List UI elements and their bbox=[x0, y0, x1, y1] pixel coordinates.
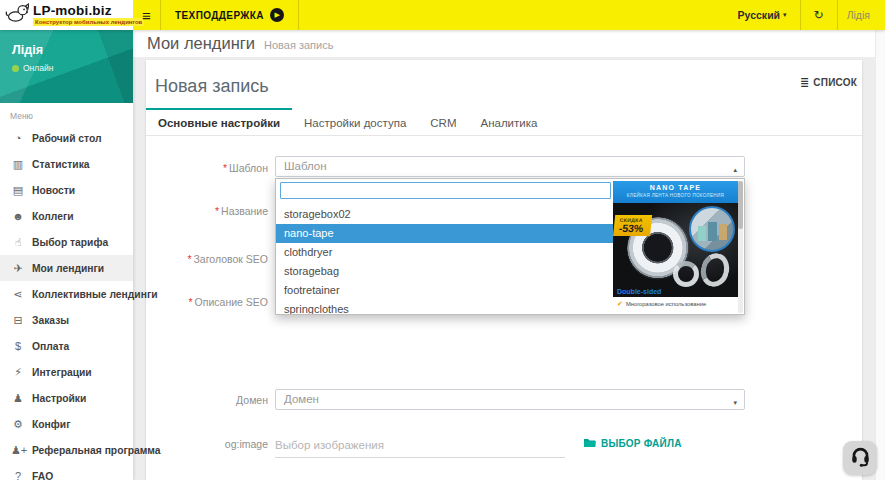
chevron-down-icon: ▾ bbox=[783, 11, 787, 19]
logo-dog-icon bbox=[5, 3, 29, 27]
template-option[interactable]: springclothes bbox=[276, 300, 615, 314]
dropdown-scrollbar-thumb[interactable] bbox=[738, 181, 743, 229]
required-asterisk: * bbox=[189, 296, 193, 308]
og-image-input[interactable] bbox=[275, 432, 565, 458]
gears-icon: ⚙ bbox=[11, 418, 25, 431]
sidebar-item-faq[interactable]: ? FAQ bbox=[0, 463, 133, 480]
required-asterisk: * bbox=[223, 162, 227, 174]
preview-subtitle: КЛЕЙКАЯ ЛЕНТА НОВОГО ПОКОЛЕНИЯ bbox=[613, 193, 738, 198]
sidebar-item-colleagues[interactable]: ☻ Коллеги bbox=[0, 203, 133, 229]
online-status-dot bbox=[12, 65, 19, 72]
dollar-icon: $ bbox=[11, 340, 25, 352]
folder-icon bbox=[583, 437, 596, 450]
dropdown-scrollbar[interactable] bbox=[738, 181, 743, 313]
tape-ring-image bbox=[673, 261, 699, 287]
preview-feature-row: ✔ Многоразовое использование bbox=[613, 297, 738, 311]
refresh-icon[interactable]: ↻ bbox=[801, 8, 837, 22]
tab-analytics[interactable]: Аналитика bbox=[468, 108, 549, 135]
news-icon: ▤ bbox=[11, 184, 25, 197]
sidebar-user-panel: Лідія Онлайн bbox=[0, 30, 133, 103]
sidebar-item-settings[interactable]: ♟ Настройки bbox=[0, 385, 133, 411]
sidebar-user-status: Онлайн bbox=[23, 63, 53, 73]
choose-file-button[interactable]: ВЫБОР ФАЙЛА bbox=[583, 437, 682, 450]
preview-header: NANO TAPE КЛЕЙКАЯ ЛЕНТА НОВОГО ПОКОЛЕНИЯ bbox=[613, 181, 738, 203]
question-icon: ? bbox=[11, 470, 25, 480]
tab-access-settings[interactable]: Настройки доступа bbox=[292, 108, 418, 135]
desktop-icon: ◔ bbox=[11, 132, 25, 144]
required-asterisk: * bbox=[215, 205, 219, 217]
seo-description-label: *Описание SEO bbox=[146, 296, 268, 308]
sidebar-item-integrations[interactable]: ⚡ Интеграции bbox=[0, 359, 133, 385]
sidebar-item-config[interactable]: ⚙ Конфиг bbox=[0, 411, 133, 437]
sidebar-item-referral[interactable]: ♟+ Реферальная программа bbox=[0, 437, 133, 463]
discount-badge: СКИДКА -53% bbox=[613, 215, 652, 236]
list-icon: ≣ bbox=[800, 76, 809, 89]
chevron-down-icon: ▾ bbox=[733, 393, 737, 412]
sidebar-item-desktop[interactable]: ◔ Рабочий стол bbox=[0, 125, 133, 151]
required-asterisk: * bbox=[187, 253, 191, 265]
list-button[interactable]: ≣ СПИСОК bbox=[800, 76, 857, 89]
template-option[interactable]: storagebox02 bbox=[276, 205, 615, 224]
logo-title: LP-mobi.biz bbox=[33, 4, 144, 18]
support-button[interactable]: ТЕХПОДДЕРЖКА ▶ bbox=[161, 0, 299, 30]
sidebar-menu-label: Меню bbox=[0, 103, 133, 125]
chevron-up-icon: ▴ bbox=[733, 160, 737, 179]
chart-icon: ▥ bbox=[11, 158, 25, 171]
content-header: Мои лендинги Новая запись bbox=[133, 30, 885, 57]
rocket-icon: ✈ bbox=[11, 262, 25, 275]
telegram-icon: ▶ bbox=[270, 8, 284, 22]
seo-title-label: *Заголовок SEO bbox=[146, 253, 268, 265]
template-preview-image: NANO TAPE КЛЕЙКАЯ ЛЕНТА НОВОГО ПОКОЛЕНИЯ… bbox=[613, 181, 738, 311]
tab-main-settings[interactable]: Основные настройки bbox=[146, 108, 292, 135]
check-icon: ✔ bbox=[617, 300, 623, 308]
user-icon: ♟ bbox=[11, 392, 25, 405]
sidebar: Лідія Онлайн Меню ◔ Рабочий стол ▥ Стати… bbox=[0, 30, 133, 480]
template-option-selected[interactable]: nano-tape bbox=[276, 224, 615, 243]
name-label: *Название bbox=[146, 205, 268, 217]
hamburger-icon[interactable]: ≡ bbox=[133, 0, 161, 30]
topbar: LP-mobi.biz Конструктор мобильных лендин… bbox=[0, 0, 885, 30]
sidebar-item-tariff[interactable]: ☝ Выбор тарифа bbox=[0, 229, 133, 255]
sidebar-item-news[interactable]: ▤ Новости bbox=[0, 177, 133, 203]
logo[interactable]: LP-mobi.biz Конструктор мобильных лендин… bbox=[0, 0, 133, 30]
support-label: ТЕХПОДДЕРЖКА bbox=[175, 10, 264, 21]
template-option[interactable]: clothdryer bbox=[276, 243, 615, 262]
tab-crm[interactable]: CRM bbox=[418, 108, 468, 135]
breadcrumb: Новая запись bbox=[264, 39, 333, 51]
sidebar-item-orders[interactable]: ⊟ Заказы bbox=[0, 307, 133, 333]
sidebar-item-payment[interactable]: $ Оплата bbox=[0, 333, 133, 359]
support-chat-widget[interactable] bbox=[843, 441, 877, 475]
plug-icon: ⚡ bbox=[11, 366, 25, 379]
tab-bar: Основные настройки Настройки доступа CRM… bbox=[146, 108, 862, 136]
thumbs-up-icon: ☝ bbox=[11, 236, 25, 249]
new-record-card: Новая запись ≣ СПИСОК Основные настройки… bbox=[146, 60, 862, 480]
template-option[interactable]: footretainer bbox=[276, 281, 615, 300]
page-title: Мои лендинги bbox=[147, 30, 255, 57]
share-icon: ⋖ bbox=[11, 288, 25, 301]
cart-icon: ⊟ bbox=[11, 314, 25, 327]
template-select[interactable]: Шаблон ▴ bbox=[275, 156, 745, 177]
template-dropdown: storagebox02 nano-tape clothdryer storag… bbox=[275, 178, 745, 315]
sidebar-item-collective-landings[interactable]: ⋖ Коллективные лендинги bbox=[0, 281, 133, 307]
card-title: Новая запись bbox=[155, 76, 269, 97]
users-icon: ☻ bbox=[11, 210, 25, 222]
template-option-list: storagebox02 nano-tape clothdryer storag… bbox=[276, 205, 615, 314]
preview-title: NANO TAPE bbox=[613, 184, 738, 191]
tape-ring-image bbox=[697, 250, 732, 290]
sidebar-item-statistics[interactable]: ▥ Статистика bbox=[0, 151, 133, 177]
domain-label: Домен bbox=[146, 394, 268, 406]
language-selector[interactable]: Русский ▾ bbox=[725, 9, 800, 21]
language-label: Русский bbox=[738, 9, 780, 21]
sidebar-item-my-landings[interactable]: ✈ Мои лендинги bbox=[0, 255, 133, 281]
logo-subtitle: Конструктор мобильных лендингов bbox=[33, 18, 144, 26]
page-scrollbar[interactable] bbox=[875, 30, 885, 480]
preview-product-photo: СКИДКА -53% Double-sided bbox=[613, 203, 738, 297]
user-plus-icon: ♟+ bbox=[11, 444, 25, 457]
template-option[interactable]: storagebag bbox=[276, 262, 615, 281]
headset-icon bbox=[850, 446, 871, 471]
preview-caption: Double-sided bbox=[617, 288, 661, 295]
template-label: *Шаблон bbox=[146, 162, 268, 174]
topbar-username[interactable]: Лідія bbox=[838, 9, 879, 21]
domain-select[interactable]: Домен ▾ bbox=[275, 389, 745, 410]
template-search-input[interactable] bbox=[280, 182, 611, 199]
